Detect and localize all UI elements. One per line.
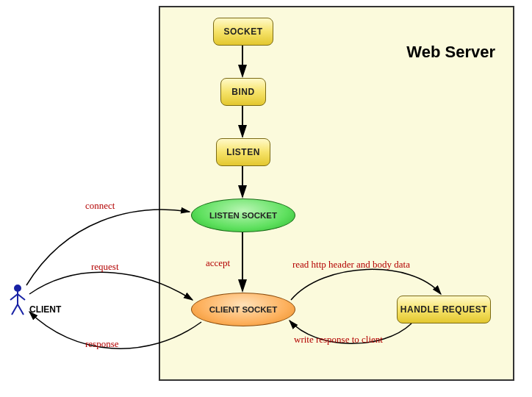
bind-node: BIND <box>220 78 266 106</box>
connect-label: connect <box>85 200 115 212</box>
listen-socket-node: LISTEN SOCKET <box>191 198 295 232</box>
listen-socket-label: LISTEN SOCKET <box>209 211 277 220</box>
client-socket-node: CLIENT SOCKET <box>191 293 295 326</box>
svg-line-4 <box>12 304 18 315</box>
handle-request-node-label: HANDLE REQUEST <box>400 304 487 315</box>
svg-line-5 <box>18 304 24 315</box>
svg-line-2 <box>10 294 18 300</box>
read-label: read http header and body data <box>292 259 410 271</box>
write-label: write response to client <box>294 334 383 346</box>
response-label: response <box>85 338 119 350</box>
listen-node-label: LISTEN <box>226 147 260 157</box>
web-server-title: Web Server <box>406 43 495 62</box>
svg-point-0 <box>15 285 21 291</box>
bind-node-label: BIND <box>231 87 254 97</box>
socket-node-label: SOCKET <box>223 26 262 37</box>
client-icon <box>10 285 25 315</box>
svg-line-3 <box>18 294 25 300</box>
client-label: CLIENT <box>29 304 61 315</box>
handle-request-node: HANDLE REQUEST <box>397 296 491 323</box>
accept-label: accept <box>206 257 230 269</box>
listen-node: LISTEN <box>216 138 270 166</box>
web-server-container: Web Server <box>159 6 514 381</box>
request-label: request <box>91 261 119 273</box>
socket-node: SOCKET <box>213 18 273 46</box>
client-socket-label: CLIENT SOCKET <box>209 305 278 314</box>
